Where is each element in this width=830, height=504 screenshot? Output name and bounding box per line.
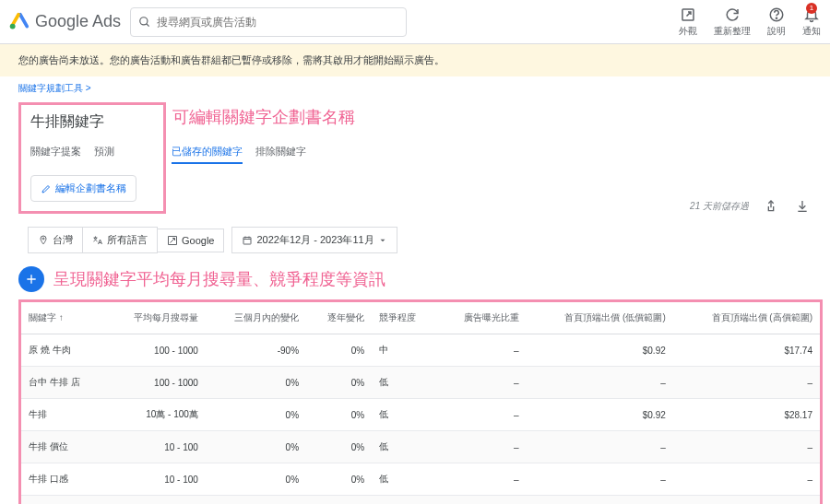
header-actions: 外觀 重新整理 說明 1 通知 [679,6,821,38]
table-row[interactable]: 台中 牛排 店100 - 10000%0%低––– [21,367,820,399]
table-cell: – [437,367,526,399]
table-row[interactable]: 牛排 價位10 - 1000%0%低––– [21,431,820,463]
table-cell: – [437,431,526,463]
table-cell: 台中 牛排 店 [21,367,105,399]
table-cell: 10萬 - 100萬 [105,399,206,431]
source-filter[interactable]: Google [158,229,224,252]
table-cell: 100 - 1000 [105,334,206,367]
table-cell: – [437,399,526,431]
table-cell: -90% [206,334,306,367]
tab-suggestions[interactable]: 關鍵字提案 [30,141,81,162]
expand-icon [167,235,178,246]
table-cell: $17.74 [673,334,820,367]
plus-icon [24,272,39,287]
add-keyword-button[interactable] [18,266,44,292]
help-icon [768,6,785,23]
keyword-table-wrap: 關鍵字 ↑ 平均每月搜尋量 三個月內的變化 逐年變化 競爭程度 廣告曝光比重 首… [18,299,823,504]
date-filter[interactable]: 2022年12月 - 2023年11月 [231,227,397,253]
chevron-down-icon [378,236,387,245]
search-input[interactable] [157,16,398,29]
svg-point-6 [42,238,44,240]
tab-negative-keywords[interactable]: 排除關鍵字 [255,141,306,164]
annotation-text-1: 可編輯關鍵字企劃書名稱 [172,106,355,128]
col-keyword[interactable]: 關鍵字 ↑ [21,302,105,334]
col-bidhigh[interactable]: 首頁頂端出價 (高價範圍) [673,302,820,334]
table-cell: – [673,463,820,496]
table-cell: 中 [372,334,437,367]
brand-logo: Google Ads [9,12,121,32]
svg-point-1 [140,17,148,24]
table-cell: 0% [306,334,372,367]
table-cell: 0% [306,431,372,463]
table-cell: 低 [372,463,437,496]
table-cell: – [437,334,526,367]
table-cell: – [527,367,673,399]
search-box[interactable] [130,7,407,37]
refresh-action[interactable]: 重新整理 [714,6,751,38]
col-yoy[interactable]: 逐年變化 [306,302,372,334]
app-header: Google Ads 外觀 重新整理 說明 1 通知 [0,0,830,44]
tab-saved-keywords[interactable]: 已儲存的關鍵字 [172,141,243,164]
table-row[interactable]: 牛排 口感10 - 1000%0%低––– [21,463,820,496]
svg-rect-7 [243,237,251,244]
table-cell: 100 - 1000 [105,367,206,399]
location-filter[interactable]: 台灣 [28,227,83,253]
table-row[interactable]: 牛排 推薦1000 - 1萬0%0%低–$0.59$17.73 [21,496,820,505]
col-volume[interactable]: 平均每月搜尋量 [105,302,206,334]
help-action[interactable]: 說明 [767,6,786,38]
appearance-action[interactable]: 外觀 [679,6,697,38]
refresh-icon [724,6,741,23]
table-cell: $0.92 [527,334,673,367]
col-competition[interactable]: 競爭程度 [372,302,437,334]
edit-plan-button[interactable]: 編輯企劃書名稱 [30,175,136,202]
filter-bar: 台灣 所有語言 Google 2022年12月 - 2023年11月 [28,227,812,253]
col-3mo[interactable]: 三個月內的變化 [206,302,306,334]
table-cell: 牛排 [21,399,105,431]
table-cell: 牛排 口感 [21,463,105,496]
add-row: 呈現關鍵字平均每月搜尋量、競爭程度等資訊 [18,266,823,292]
annotation-text-2: 呈現關鍵字平均每月搜尋量、競爭程度等資訊 [53,268,385,290]
calendar-icon [242,235,253,246]
table-cell: 低 [372,496,437,505]
table-row[interactable]: 原 燒 牛肉100 - 1000-90%0%中–$0.92$17.74 [21,334,820,367]
table-cell: – [527,431,673,463]
plan-tabs: 關鍵字提案 預測 [30,141,154,162]
table-cell: $28.17 [673,399,820,431]
table-cell: 0% [306,463,372,496]
brand-text: Google Ads [35,12,121,31]
table-cell: 0% [206,367,306,399]
table-cell: 0% [306,399,372,431]
table-cell: 10 - 100 [105,463,206,496]
table-cell: 0% [206,431,306,463]
language-icon [92,235,103,246]
table-cell: 低 [372,367,437,399]
table-cell: $0.59 [527,496,673,505]
notifications-action[interactable]: 1 通知 [802,6,821,38]
table-cell: 1000 - 1萬 [105,496,206,505]
table-cell: 0% [206,496,306,505]
table-cell: – [673,367,820,399]
plan-header-section: 牛排關鍵字 關鍵字提案 預測 編輯企劃書名稱 可編輯關鍵字企劃書名稱 已儲存的關… [18,102,823,214]
plan-tabs-extended: 已儲存的關鍵字 排除關鍵字 [172,141,306,164]
keyword-table: 關鍵字 ↑ 平均每月搜尋量 三個月內的變化 逐年變化 競爭程度 廣告曝光比重 首… [21,302,820,504]
table-cell: – [437,463,526,496]
table-cell: – [437,496,526,505]
language-filter[interactable]: 所有語言 [83,227,158,253]
plan-title: 牛排關鍵字 [30,112,154,132]
tab-forecast[interactable]: 預測 [94,141,114,162]
col-impshare[interactable]: 廣告曝光比重 [437,302,526,334]
notification-badge: 1 [806,3,817,14]
breadcrumb[interactable]: 關鍵字規劃工具 > [0,76,830,100]
annotation-box-1: 牛排關鍵字 關鍵字提案 預測 編輯企劃書名稱 [18,102,166,214]
table-cell: – [527,463,673,496]
table-cell: 低 [372,399,437,431]
col-bidlow[interactable]: 首頁頂端出價 (低價範圍) [527,302,673,334]
table-cell: 牛排 價位 [21,431,105,463]
table-cell: 10 - 100 [105,431,206,463]
svg-line-2 [147,23,149,26]
table-cell: $17.73 [673,496,820,505]
table-cell: 牛排 推薦 [21,496,105,505]
table-cell: 0% [306,367,372,399]
table-row[interactable]: 牛排10萬 - 100萬0%0%低–$0.92$28.17 [21,399,820,431]
table-cell: 低 [372,431,437,463]
